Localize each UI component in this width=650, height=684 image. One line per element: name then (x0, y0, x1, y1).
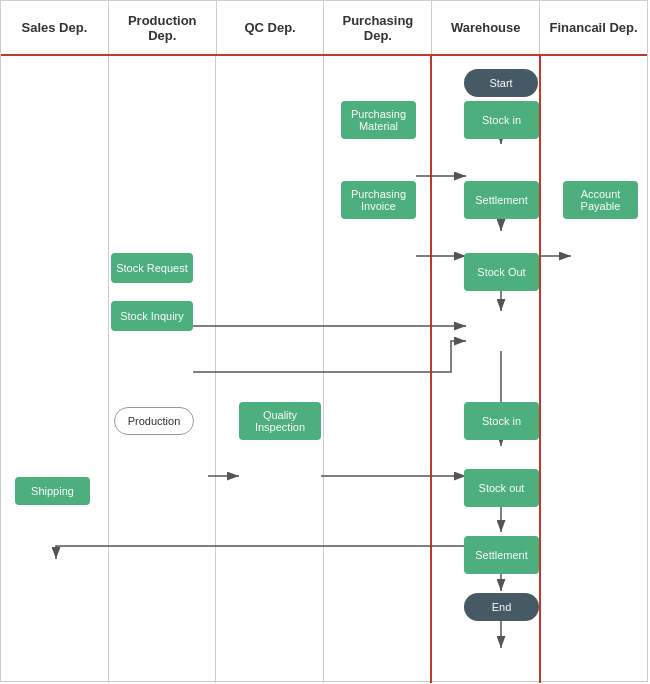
node-account-payable: Account Payable (563, 181, 638, 219)
node-stock-request: Stock Request (111, 253, 193, 283)
node-stock-in-2: Stock in (464, 402, 539, 440)
node-stock-out-1: Stock Out (464, 253, 539, 291)
node-start: Start (464, 69, 538, 97)
lane-purchasing (324, 56, 433, 683)
node-stock-out-2: Stock out (464, 469, 539, 507)
node-stock-in-1: Stock in (464, 101, 539, 139)
node-shipping: Shipping (15, 477, 90, 505)
header-financial: Financail Dep. (540, 1, 647, 54)
lane-qc (216, 56, 324, 683)
header-warehouse: Warehouse (432, 1, 540, 54)
header-production: Production Dep. (109, 1, 217, 54)
node-stock-inquiry: Stock Inquiry (111, 301, 193, 331)
swim-lanes (1, 56, 647, 683)
lane-production (109, 56, 217, 683)
header-qc: QC Dep. (217, 1, 325, 54)
diagram-container: Sales Dep. Production Dep. QC Dep. Purch… (0, 0, 648, 682)
lane-financial (541, 56, 648, 683)
node-settlement-2: Settlement (464, 536, 539, 574)
node-end: End (464, 593, 539, 621)
node-settlement-1: Settlement (464, 181, 539, 219)
node-purchasing-invoice: Purchasing Invoice (341, 181, 416, 219)
header-sales: Sales Dep. (1, 1, 109, 54)
node-purchasing-material: Purchasing Material (341, 101, 416, 139)
node-production: Production (114, 407, 194, 435)
lane-warehouse (432, 56, 541, 683)
header-purchasing: Purchasing Dep. (324, 1, 432, 54)
column-headers: Sales Dep. Production Dep. QC Dep. Purch… (1, 1, 647, 56)
lane-sales (1, 56, 109, 683)
node-quality-inspection: Quality Inspection (239, 402, 321, 440)
